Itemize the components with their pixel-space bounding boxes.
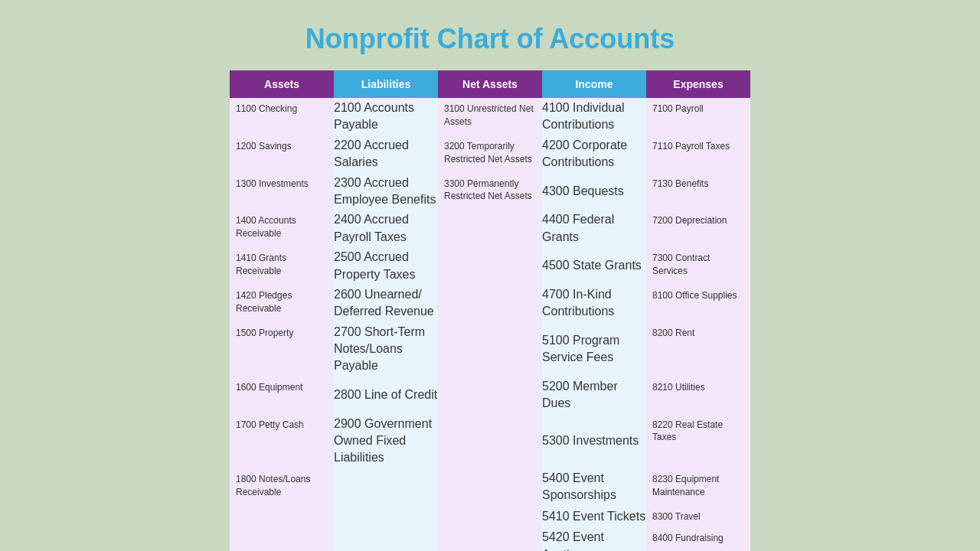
header-liabilities: Liabilities	[334, 70, 438, 98]
cell-netAssets-4	[438, 247, 542, 285]
item-assets-7: 1600 Equipment	[236, 380, 328, 396]
page-title: Nonprofit Chart of Accounts	[230, 23, 750, 55]
cell-netAssets-9	[438, 468, 542, 506]
cell-expenses-11: 8400 Fundraising	[646, 527, 750, 551]
item-liabilities-6: 2700 Short-Term Notes/Loans Payable	[334, 322, 438, 377]
item-expenses-8: 8220 Real Estate Taxes	[652, 417, 744, 446]
item-expenses-1: 7110 Payroll Taxes	[652, 139, 744, 155]
item-netAssets-2: 3300 Permanently Restricted Net Assets	[444, 176, 536, 205]
cell-assets-3: 1400 Accounts Receivable	[230, 210, 334, 247]
cell-income-5: 4700 In-Kind Contributions	[542, 285, 646, 322]
cell-assets-10	[230, 506, 334, 528]
item-income-6: 5100 Program Service Fees	[542, 331, 646, 368]
cell-income-7: 5200 Member Dues	[542, 377, 646, 414]
item-expenses-0: 7100 Payroll	[652, 101, 744, 117]
cell-netAssets-3	[438, 210, 542, 247]
cell-income-2: 4300 Bequests	[542, 173, 646, 210]
item-expenses-4: 7300 Contract Services	[652, 250, 744, 279]
item-liabilities-7: 2800 Line of Credit	[334, 385, 438, 405]
item-assets-2: 1300 Investments	[236, 176, 328, 192]
cell-liabilities-11	[334, 527, 438, 551]
item-income-10: 5410 Event Tickets	[542, 507, 646, 527]
item-assets-3: 1400 Accounts Receivable	[236, 213, 328, 242]
item-assets-5: 1420 Pledges Receivable	[236, 288, 328, 317]
item-liabilities-3: 2400 Accrued Payroll Taxes	[334, 210, 438, 247]
item-assets-9: 1800 Notes/Loans Receivable	[236, 471, 328, 500]
header-assets: Assets	[230, 70, 334, 98]
item-expenses-5: 8100 Office Supplies	[652, 288, 744, 304]
cell-income-3: 4400 Federal Grants	[542, 210, 646, 247]
item-income-9: 5400 Event Sponsorships	[542, 468, 646, 506]
cell-income-6: 5100 Program Service Fees	[542, 322, 646, 377]
cell-netAssets-1: 3200 Temporarily Restricted Net Assets	[438, 135, 542, 173]
item-liabilities-0: 2100 Accounts Payable	[334, 98, 438, 135]
cell-netAssets-10	[438, 506, 542, 528]
item-expenses-10: 8300 Travel	[652, 509, 744, 525]
cell-netAssets-11	[438, 527, 542, 551]
item-assets-6: 1500 Property	[236, 325, 328, 341]
item-netAssets-0: 3100 Unrestricted Net Assets	[444, 101, 536, 130]
cell-assets-8: 1700 Petty Cash	[230, 414, 334, 468]
cell-netAssets-5	[438, 285, 542, 322]
chart-table: Assets Liabilities Net Assets Income Exp…	[230, 70, 750, 551]
item-income-1: 4200 Corporate Contributions	[542, 135, 646, 173]
cell-liabilities-3: 2400 Accrued Payroll Taxes	[334, 210, 438, 247]
cell-netAssets-6	[438, 322, 542, 377]
cell-assets-7: 1600 Equipment	[230, 377, 334, 414]
cell-expenses-8: 8220 Real Estate Taxes	[646, 414, 750, 468]
item-assets-1: 1200 Savings	[236, 139, 328, 155]
cell-assets-6: 1500 Property	[230, 322, 334, 377]
cell-expenses-10: 8300 Travel	[646, 506, 750, 528]
cell-assets-9: 1800 Notes/Loans Receivable	[230, 468, 334, 506]
item-income-2: 4300 Bequests	[542, 181, 646, 201]
cell-liabilities-8: 2900 Government Owned Fixed Liabilities	[334, 414, 438, 468]
item-expenses-6: 8200 Rent	[652, 325, 744, 341]
cell-liabilities-5: 2600 Unearned/ Deferred Revenue	[334, 285, 438, 322]
item-liabilities-8: 2900 Government Owned Fixed Liabilities	[334, 414, 438, 468]
cell-income-1: 4200 Corporate Contributions	[542, 135, 646, 173]
item-netAssets-1: 3200 Temporarily Restricted Net Assets	[444, 139, 536, 168]
item-assets-8: 1700 Petty Cash	[236, 417, 328, 433]
cell-expenses-4: 7300 Contract Services	[646, 247, 750, 285]
item-income-5: 4700 In-Kind Contributions	[542, 285, 646, 322]
cell-assets-4: 1410 Grants Receivable	[230, 247, 334, 285]
cell-netAssets-7	[438, 377, 542, 414]
cell-assets-0: 1100 Checking	[230, 98, 334, 135]
item-liabilities-4: 2500 Accrued Property Taxes	[334, 247, 438, 285]
cell-netAssets-8	[438, 414, 542, 468]
cell-assets-5: 1420 Pledges Receivable	[230, 285, 334, 322]
item-expenses-7: 8210 Utilities	[652, 380, 744, 396]
cell-expenses-3: 7200 Depreciation	[646, 210, 750, 247]
cell-expenses-0: 7100 Payroll	[646, 98, 750, 135]
cell-liabilities-10	[334, 506, 438, 528]
header-income: Income	[542, 70, 646, 98]
cell-income-10: 5410 Event Tickets	[542, 506, 646, 528]
item-expenses-9: 8230 Equipment Maintenance	[652, 471, 744, 500]
cell-assets-2: 1300 Investments	[230, 173, 334, 210]
cell-expenses-1: 7110 Payroll Taxes	[646, 135, 750, 173]
cell-liabilities-1: 2200 Accrued Salaries	[334, 135, 438, 173]
item-liabilities-5: 2600 Unearned/ Deferred Revenue	[334, 285, 438, 322]
item-income-7: 5200 Member Dues	[542, 377, 646, 414]
cell-liabilities-7: 2800 Line of Credit	[334, 377, 438, 414]
cell-income-0: 4100 Individual Contributions	[542, 98, 646, 135]
cell-liabilities-9	[334, 468, 438, 506]
cell-income-9: 5400 Event Sponsorships	[542, 468, 646, 506]
cell-income-8: 5300 Investments	[542, 414, 646, 468]
cell-netAssets-2: 3300 Permanently Restricted Net Assets	[438, 173, 542, 210]
cell-expenses-9: 8230 Equipment Maintenance	[646, 468, 750, 506]
cell-expenses-5: 8100 Office Supplies	[646, 285, 750, 322]
cell-expenses-2: 7130 Benefits	[646, 173, 750, 210]
item-expenses-11: 8400 Fundraising	[652, 530, 744, 546]
item-income-8: 5300 Investments	[542, 431, 646, 451]
item-assets-4: 1410 Grants Receivable	[236, 250, 328, 279]
header-expenses: Expenses	[646, 70, 750, 98]
item-liabilities-1: 2200 Accrued Salaries	[334, 135, 438, 173]
cell-income-11: 5420 Event Auction	[542, 527, 646, 551]
item-income-3: 4400 Federal Grants	[542, 210, 646, 247]
item-expenses-2: 7130 Benefits	[652, 176, 744, 192]
header-netassets: Net Assets	[438, 70, 542, 98]
cell-liabilities-0: 2100 Accounts Payable	[334, 98, 438, 135]
cell-assets-1: 1200 Savings	[230, 135, 334, 173]
cell-expenses-7: 8210 Utilities	[646, 377, 750, 414]
